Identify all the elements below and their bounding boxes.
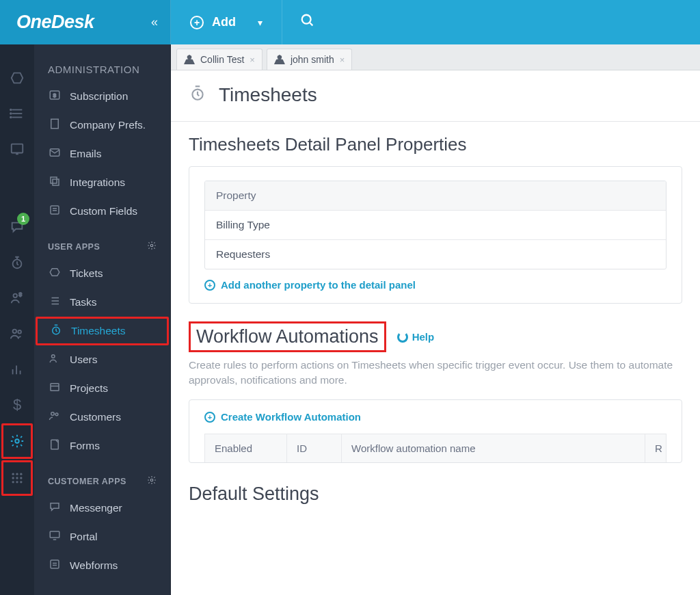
create-workflow-label: Create Workflow Automation — [221, 411, 361, 423]
svg-rect-46 — [51, 384, 59, 391]
svg-point-19 — [15, 439, 19, 443]
section-label: CUSTOMER APPS — [48, 477, 126, 486]
sidebar-item-label: Webforms — [70, 559, 118, 572]
sidebar-item-projects[interactable]: Projects — [34, 374, 170, 403]
rail-tasks[interactable] — [2, 96, 32, 131]
ticket-icon — [48, 266, 62, 281]
sidebar-item-forms[interactable]: Forms — [34, 432, 170, 460]
rail-users-money[interactable]: $ — [2, 281, 32, 315]
sidebar-item-users[interactable]: Users — [34, 345, 170, 374]
workflow-card: + Create Workflow Automation Enabled ID … — [189, 399, 682, 463]
sidebar-item-messenger[interactable]: Messenger — [34, 494, 170, 523]
tab-user-2[interactable]: john smith × — [267, 49, 352, 70]
dollar-box-icon: $ — [48, 89, 62, 104]
col-r: R — [645, 434, 666, 462]
table-row[interactable]: Requesters — [205, 240, 666, 269]
svg-point-22 — [20, 473, 22, 475]
plus-circle-icon: + — [204, 412, 215, 423]
svg-rect-8 — [12, 144, 23, 153]
svg-point-24 — [16, 477, 18, 479]
add-property-label: Add another property to the detail panel — [221, 279, 416, 291]
page-title: Timesheets — [219, 84, 317, 106]
person-icon — [274, 55, 285, 64]
sidebar-item-custom-fields[interactable]: Custom Fields — [34, 197, 170, 226]
gear-icon[interactable] — [147, 475, 157, 487]
sidebar-item-timesheets[interactable]: Timesheets — [36, 317, 169, 345]
rail-timesheets[interactable] — [2, 246, 32, 280]
add-dropdown[interactable]: + Add ▾ — [171, 0, 282, 44]
default-settings-title: Default Settings — [189, 484, 682, 505]
tab-user-1[interactable]: Collin Test × — [176, 49, 262, 70]
search-button[interactable] — [282, 13, 333, 32]
tabs-bar: Collin Test × john smith × — [171, 44, 700, 70]
plus-circle-icon: + — [204, 280, 215, 291]
stack-icon — [48, 175, 62, 190]
sidebar-item-label: Emails — [70, 148, 102, 160]
gear-icon[interactable] — [147, 241, 157, 252]
svg-point-6 — [10, 113, 12, 114]
svg-point-7 — [10, 117, 12, 118]
close-icon[interactable]: × — [250, 55, 255, 65]
tab-label: john smith — [291, 54, 334, 65]
svg-point-15 — [18, 330, 21, 334]
rail-apps-grid[interactable] — [1, 460, 33, 496]
project-icon — [48, 381, 62, 396]
list-icon — [48, 295, 62, 310]
sidebar-item-label: Custom Fields — [70, 205, 137, 217]
sidebar: ADMINISTRATION $ Subscription Company Pr… — [34, 44, 171, 595]
workflow-table-header: Enabled ID Workflow automation name R — [204, 434, 667, 462]
rail-analytics[interactable] — [2, 132, 32, 166]
monitor-icon — [48, 529, 62, 544]
brand-part1: One — [16, 12, 51, 32]
sidebar-item-subscription[interactable]: $ Subscription — [34, 82, 170, 111]
sidebar-section-admin: ADMINISTRATION — [34, 64, 170, 82]
svg-point-25 — [20, 477, 22, 479]
svg-point-28 — [20, 481, 22, 483]
rail-tickets[interactable] — [2, 61, 32, 95]
svg-point-12 — [14, 294, 18, 298]
rail-settings[interactable] — [1, 423, 33, 459]
svg-point-0 — [302, 14, 311, 23]
highlight-box: Workflow Automations — [189, 321, 386, 352]
sidebar-item-label: Subscription — [70, 90, 128, 103]
topbar: OneDesk « + Add ▾ — [0, 0, 700, 44]
help-link[interactable]: Help — [397, 331, 435, 343]
brand-part2: Desk — [51, 12, 94, 32]
sidebar-collapse-icon[interactable]: « — [151, 15, 158, 29]
col-name: Workflow automation name — [342, 434, 645, 462]
create-workflow-link[interactable]: + Create Workflow Automation — [204, 411, 667, 423]
sidebar-item-company-prefs[interactable]: Company Prefs. — [34, 111, 170, 140]
rail-messenger[interactable]: 1 — [2, 210, 32, 244]
rail-reports[interactable] — [2, 352, 32, 386]
sidebar-item-integrations[interactable]: Integrations — [34, 168, 170, 197]
sidebar-item-tickets[interactable]: Tickets — [34, 259, 170, 288]
svg-point-48 — [51, 412, 55, 416]
webform-icon — [48, 558, 62, 573]
svg-rect-52 — [50, 531, 59, 538]
svg-point-45 — [52, 355, 55, 358]
users-icon — [48, 352, 62, 367]
logo-area: OneDesk « — [0, 0, 171, 44]
sidebar-item-label: Tasks — [70, 296, 97, 308]
clock-icon — [189, 84, 206, 106]
help-spinner-icon — [397, 332, 408, 343]
table-row[interactable]: Billing Type — [205, 211, 666, 240]
add-property-link[interactable]: + Add another property to the detail pan… — [204, 279, 667, 291]
svg-point-14 — [13, 330, 16, 334]
sidebar-item-tasks[interactable]: Tasks — [34, 288, 170, 317]
sidebar-item-emails[interactable]: Emails — [34, 140, 170, 168]
building-icon — [48, 118, 62, 133]
rail-finance[interactable]: $ — [2, 388, 32, 422]
sidebar-item-webforms[interactable]: Webforms — [34, 551, 170, 580]
sidebar-item-customers[interactable]: Customers — [34, 403, 170, 432]
sidebar-section-user-apps: USER APPS — [34, 226, 170, 259]
svg-rect-54 — [51, 560, 59, 568]
search-icon — [300, 13, 315, 28]
svg-point-51 — [150, 479, 153, 481]
grid-icon — [10, 471, 24, 485]
rail-customers[interactable] — [2, 317, 32, 351]
plus-circle-icon: + — [190, 16, 204, 29]
close-icon[interactable]: × — [340, 55, 345, 65]
brand-logo[interactable]: OneDesk — [16, 12, 94, 33]
sidebar-item-portal[interactable]: Portal — [34, 523, 170, 551]
